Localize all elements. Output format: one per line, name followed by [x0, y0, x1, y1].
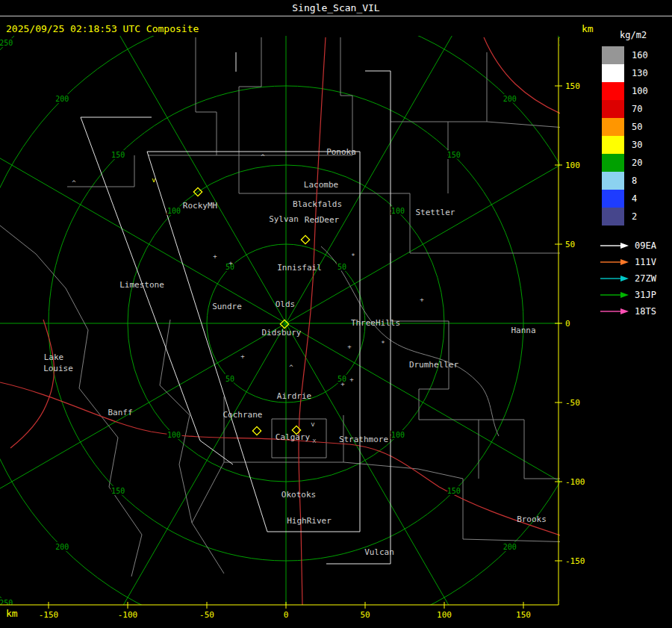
bottom-axis-tick-label: 0: [284, 610, 289, 620]
bottom-axis-tick-label: -150: [39, 610, 59, 620]
legend-scale-value: 8: [632, 175, 637, 186]
place-label: Strathmore: [339, 435, 388, 444]
site-arrow-icon: [599, 241, 630, 250]
county-boundary: [340, 37, 352, 155]
highway-line: [10, 320, 54, 448]
town-marker: *: [381, 340, 385, 347]
bottom-axis-tick-label: 100: [437, 610, 452, 620]
place-label: Okotoks: [281, 490, 316, 500]
site-legend-row: 27ZW: [599, 270, 671, 287]
legend-color-swatch: [602, 154, 624, 172]
range-ring-label: 100: [167, 431, 181, 439]
place-label: Innisfail: [277, 263, 322, 273]
place-label: Sundre: [212, 302, 242, 311]
legend-scale-row: 4: [599, 190, 671, 208]
site-legend-row: 111V: [599, 254, 671, 270]
place-label: RedDeer: [305, 215, 340, 225]
legend-scale-row: 50: [599, 118, 671, 136]
site-legend-row: 09EA: [599, 237, 671, 254]
range-ring-label: 200: [55, 543, 69, 551]
site-arrow-icon: [599, 307, 630, 316]
azimuth-line: [0, 13, 672, 628]
town-marker: x: [312, 437, 317, 444]
town-marker: +: [228, 259, 233, 267]
title-divider: [0, 16, 672, 16]
legend-color-swatch: [602, 208, 624, 226]
site-id-label: 18TS: [635, 306, 656, 317]
legend-scale-value: 130: [632, 68, 648, 78]
place-label: Vulcan: [364, 547, 394, 557]
legend-scale-row: 30: [599, 136, 671, 154]
azimuth-line: [0, 0, 596, 628]
range-ring-label: 200: [55, 95, 69, 103]
bottom-axis-unit-label: km: [6, 608, 18, 619]
bottom-axis-tick-label: 150: [516, 610, 531, 620]
place-label: Airdrie: [277, 391, 311, 401]
right-axis-tick-label: 150: [565, 81, 580, 91]
right-axis-tick-label: 0: [565, 319, 570, 329]
map-graphics: 5050505010010010010015015015015020020020…: [0, 0, 672, 628]
place-label: RockyMH: [183, 201, 217, 211]
county-boundary: [321, 246, 499, 436]
range-ring: [0, 0, 672, 628]
town-marker: ^: [261, 153, 265, 161]
range-ring-label: 50: [225, 375, 234, 383]
site-legend-row: 18TS: [599, 303, 671, 320]
place-label: HighRiver: [287, 516, 332, 526]
town-marker: +: [349, 376, 354, 383]
legend-scale-row: 130: [599, 64, 671, 82]
legend-scale-value: 160: [632, 50, 648, 60]
site-arrow-icon: [599, 258, 630, 267]
color-scale-legend: kg/m2 16013010070503020842 09EA111V27ZW3…: [599, 30, 671, 320]
legend-scale-row: 8: [599, 172, 671, 190]
legend-scale-value: 70: [632, 104, 642, 114]
legend-color-swatch: [602, 172, 624, 190]
color-scale: 16013010070503020842: [599, 46, 671, 226]
right-axis-tick-label: 100: [565, 161, 580, 170]
radar-coverage-outline: [326, 71, 391, 564]
range-ring-label: 150: [447, 487, 461, 495]
scan-timestamp: 2025/09/25 02:18:53 UTC Composite: [6, 23, 199, 34]
right-axis-tick-label: -100: [565, 477, 585, 487]
range-ring-label: 50: [337, 263, 346, 271]
site-legend: 09EA111V27ZW31JP18TS: [599, 237, 671, 320]
county-boundary: [0, 226, 142, 576]
place-label: Stettler: [416, 208, 455, 217]
county-boundary: [192, 462, 224, 573]
range-ring-label: 150: [111, 151, 125, 159]
place-label: Lacombe: [304, 180, 338, 190]
range-ring-label: 100: [391, 431, 405, 439]
azimuth-line: [0, 0, 596, 628]
azimuth-line: [0, 13, 672, 628]
range-ring-label: 150: [111, 487, 125, 495]
legend-color-swatch: [602, 46, 624, 64]
range-ring-label: 250: [0, 39, 13, 47]
county-boundary: [479, 420, 575, 479]
town-marker: +: [347, 343, 352, 350]
legend-unit-label: kg/m2: [620, 30, 671, 40]
legend-scale-value: 20: [632, 158, 642, 168]
town-marker: ^: [72, 179, 76, 187]
range-ring-label: 250: [559, 599, 573, 607]
place-label: Ponoka: [326, 147, 356, 157]
legend-color-swatch: [602, 190, 624, 208]
legend-scale-value: 4: [632, 193, 637, 204]
site-arrow-icon: [599, 290, 630, 299]
county-boundary: [391, 52, 487, 122]
legend-color-swatch: [602, 82, 624, 100]
legend-scale-value: 30: [632, 140, 642, 150]
range-ring-label: 100: [167, 207, 181, 215]
place-label: Sylvan: [269, 214, 299, 224]
place-label: Lake: [44, 352, 64, 362]
town-marker: +: [213, 252, 217, 260]
range-ring-label: 200: [503, 543, 517, 551]
radar-map[interactable]: 5050505010010010010015015015015020020020…: [0, 0, 672, 628]
right-axis-unit-label: km: [582, 23, 594, 34]
place-label: Banff: [108, 408, 132, 417]
place-label: Calgary: [276, 432, 311, 442]
range-ring-label: 250: [559, 39, 573, 47]
window-title: Single_Scan_VIL: [0, 2, 672, 13]
highway-line: [484, 37, 575, 119]
site-id-label: 27ZW: [635, 273, 656, 284]
legend-scale-row: 2: [599, 208, 671, 226]
